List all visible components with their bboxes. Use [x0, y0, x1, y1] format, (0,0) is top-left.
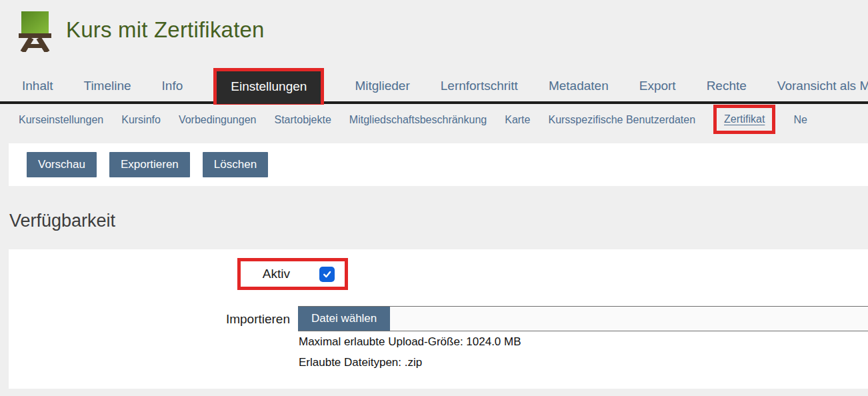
page-title: Kurs mit Zertifikaten: [66, 17, 265, 43]
subtab-startobjekte[interactable]: Startobjekte: [274, 114, 331, 126]
file-input[interactable]: Datei wählen: [298, 306, 868, 331]
tab-bar-items: InhaltTimelineInfoEinstellungenMitgliede…: [22, 67, 868, 105]
loeschen-button[interactable]: Löschen: [203, 152, 268, 177]
tab-bar-underline: [0, 101, 868, 104]
subtab-karte[interactable]: Karte: [505, 114, 530, 126]
toolbar: VorschauExportierenLöschen: [9, 143, 868, 186]
tab-bar: InhaltTimelineInfoEinstellungenMitgliede…: [0, 67, 868, 105]
aktiv-checkbox[interactable]: [319, 267, 335, 282]
importieren-label: Importieren: [9, 312, 290, 327]
course-settings-page: Kurs mit Zertifikaten InhaltTimelineInfo…: [0, 0, 868, 396]
vorschau-button[interactable]: Vorschau: [27, 152, 97, 177]
subtab-kursspezifische-benutzerdaten[interactable]: Kursspezifische Benutzerdaten: [548, 114, 695, 126]
allowed-types-note: Erlaubte Dateitypen: .zip: [299, 356, 422, 369]
subtab-vorbedingungen[interactable]: Vorbedingungen: [179, 114, 257, 126]
section-title: Verfügbarkeit: [9, 211, 115, 231]
aktiv-label: Aktiv: [259, 267, 290, 281]
checkmark-icon: [321, 269, 333, 280]
subtab-ne[interactable]: Ne: [793, 114, 807, 126]
annotation-box-subtab-zertifikat: Zertifikat: [713, 105, 775, 134]
subtab-mitgliedschaftsbeschraenkung[interactable]: Mitgliedschaftsbeschränkung: [349, 114, 487, 126]
tab-einstellungen[interactable]: Einstellungen: [217, 71, 321, 104]
subtab-kurseinstellungen[interactable]: Kurseinstellungen: [19, 114, 103, 126]
annotation-box-tab-einstellungen: Einstellungen: [213, 68, 324, 105]
file-choose-button[interactable]: Datei wählen: [298, 307, 390, 331]
max-upload-note: Maximal erlaubte Upload-Größe: 1024.0 MB: [299, 335, 521, 349]
exportieren-button[interactable]: Exportieren: [109, 152, 190, 177]
subtab-bar: KurseinstellungenKursinfoVorbedingungenS…: [19, 105, 868, 135]
availability-form-panel: Aktiv Importieren Datei wählen Maximal e…: [9, 249, 868, 389]
annotation-box-aktiv: Aktiv: [237, 258, 348, 290]
course-easel-icon: [17, 11, 52, 55]
subtab-zertifikat[interactable]: Zertifikat: [724, 113, 765, 125]
subtab-kursinfo[interactable]: Kursinfo: [121, 114, 161, 126]
